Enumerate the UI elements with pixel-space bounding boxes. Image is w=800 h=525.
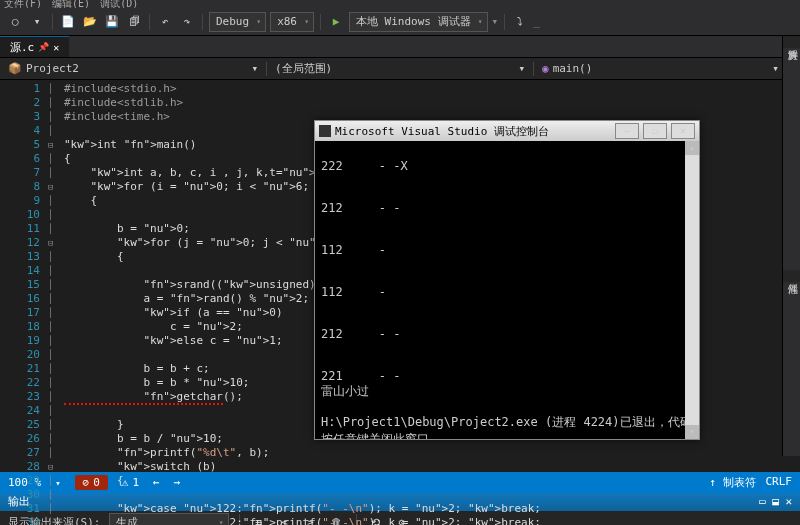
scroll-down-icon[interactable]: ▾ (685, 425, 699, 439)
tab-source[interactable]: 源.c 📌 ✕ (0, 36, 69, 57)
tab-label: 源.c (10, 40, 34, 55)
save-icon[interactable]: 💾 (103, 13, 121, 31)
console-body[interactable]: 222 - -X 212 - - 112 - 112 - 212 - - 221… (315, 141, 699, 439)
console-title: Microsoft Visual Studio 调试控制台 (335, 124, 611, 139)
properties-tab[interactable]: 属性 (783, 270, 800, 282)
solution-explorer-tab[interactable]: 解决方 (783, 36, 800, 48)
code-line[interactable]: #include<stdio.h> (64, 82, 800, 96)
maximize-button[interactable]: ☐ (643, 123, 667, 139)
nav-func[interactable]: ◉ main() ▾ ✚ (534, 60, 800, 77)
undo-icon[interactable]: ↶ (156, 13, 174, 31)
minimize-button[interactable]: — (615, 123, 639, 139)
scroll-up-icon[interactable]: ▴ (685, 141, 699, 155)
close-icon[interactable]: ✕ (53, 42, 59, 53)
nav-fwd-icon[interactable]: ▾ (28, 13, 46, 31)
code-line[interactable]: "kw">switch (b) (64, 460, 800, 474)
code-line[interactable]: "fn">printf("%d\t", b); (64, 446, 800, 460)
redo-icon[interactable]: ↷ (178, 13, 196, 31)
console-icon (319, 125, 331, 137)
nav-project[interactable]: 📦 Project2 ▾ (0, 60, 266, 77)
menu-item[interactable]: 文件(F) (4, 0, 42, 8)
code-line[interactable]: { (64, 474, 800, 488)
nav-bar: 📦 Project2 ▾ (全局范围) ▾ ◉ main() ▾ ✚ (0, 58, 800, 80)
open-icon[interactable]: 📂 (81, 13, 99, 31)
debugger-combo[interactable]: 本地 Windows 调试器 (349, 12, 488, 32)
output-source-combo[interactable]: 生成 (109, 513, 229, 525)
start-debug-icon[interactable]: ▶ (327, 13, 345, 31)
menu-item[interactable]: 编辑(E) (52, 0, 90, 8)
step-icon[interactable]: ⤵ (511, 13, 529, 31)
fold-gutter[interactable]: ││││⊟││⊟│││⊟│││││││││││││││⊟││││││││││││ (48, 80, 64, 472)
save-all-icon[interactable]: 🗐 (125, 13, 143, 31)
close-button[interactable]: ✕ (671, 123, 695, 139)
console-titlebar[interactable]: Microsoft Visual Studio 调试控制台 — ☐ ✕ (315, 121, 699, 141)
line-gutter: 1234567891011121314151617181920212223242… (0, 80, 48, 472)
code-line[interactable] (64, 488, 800, 502)
tab-strip: 源.c 📌 ✕ ▾ (0, 36, 800, 58)
debug-console-window: Microsoft Visual Studio 调试控制台 — ☐ ✕ 222 … (314, 120, 700, 440)
console-scrollbar[interactable]: ▴ ▾ (685, 141, 699, 439)
menu-item[interactable]: 调试(D) (100, 0, 138, 8)
nav-back-icon[interactable]: ◯ (6, 13, 24, 31)
code-line[interactable]: #include<stdlib.h> (64, 96, 800, 110)
nav-scope[interactable]: (全局范围) ▾ (267, 59, 533, 78)
config-combo[interactable]: Debug (209, 12, 266, 32)
new-file-icon[interactable]: 📄 (59, 13, 77, 31)
menu-bar: 文件(F) 编辑(E) 调试(D) (0, 0, 800, 8)
platform-combo[interactable]: x86 (270, 12, 314, 32)
right-panel: 解决方 属性 (782, 36, 800, 456)
pin-icon[interactable]: 📌 (38, 42, 49, 52)
toolbar: ◯ ▾ 📄 📂 💾 🗐 ↶ ↷ Debug x86 ▶ 本地 Windows 调… (0, 8, 800, 36)
